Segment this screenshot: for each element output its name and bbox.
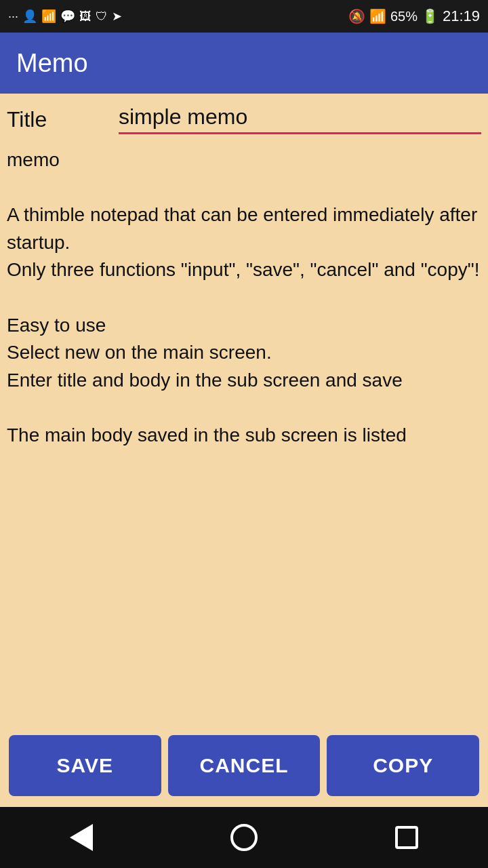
memo-textarea[interactable]: memo A thimble notepad that can be enter… xyxy=(7,146,481,722)
back-button[interactable] xyxy=(61,817,102,858)
nav-bar xyxy=(0,807,488,868)
mute-icon: 🔕 xyxy=(348,8,365,24)
signal-icon: 📶 xyxy=(41,9,56,24)
button-row: SAVE CANCEL COPY xyxy=(0,728,488,807)
main-content: Title memo A thimble notepad that can be… xyxy=(0,94,488,807)
sim-icon: 👤 xyxy=(22,9,37,24)
title-label: Title xyxy=(7,107,119,132)
battery-percent: 65% xyxy=(390,9,418,24)
save-button[interactable]: SAVE xyxy=(9,735,161,796)
wifi-icon: 📶 xyxy=(369,8,386,24)
recents-button[interactable] xyxy=(386,817,427,858)
status-bar: ··· 👤 📶 💬 🖼 🛡 ➤ 🔕 📶 65% 🔋 21:19 xyxy=(0,0,488,33)
title-row: Title xyxy=(0,94,488,134)
image-icon: 🖼 xyxy=(79,9,92,24)
app-title: Memo xyxy=(16,49,88,78)
status-time: 21:19 xyxy=(443,7,480,25)
cancel-button[interactable]: CANCEL xyxy=(168,735,321,796)
memo-body-container: memo A thimble notepad that can be enter… xyxy=(0,134,488,728)
copy-button[interactable]: COPY xyxy=(327,735,479,796)
arrow-icon: ➤ xyxy=(112,9,122,24)
chat-icon: 💬 xyxy=(60,9,75,24)
notification-icons: ··· xyxy=(8,9,18,24)
title-input[interactable] xyxy=(119,104,481,134)
battery-icon: 🔋 xyxy=(422,8,439,24)
app-bar: Memo xyxy=(0,33,488,94)
status-bar-right: 🔕 📶 65% 🔋 21:19 xyxy=(348,7,480,25)
status-bar-left: ··· 👤 📶 💬 🖼 🛡 ➤ xyxy=(8,9,122,24)
home-button[interactable] xyxy=(224,817,264,858)
shield-icon: 🛡 xyxy=(96,9,108,24)
